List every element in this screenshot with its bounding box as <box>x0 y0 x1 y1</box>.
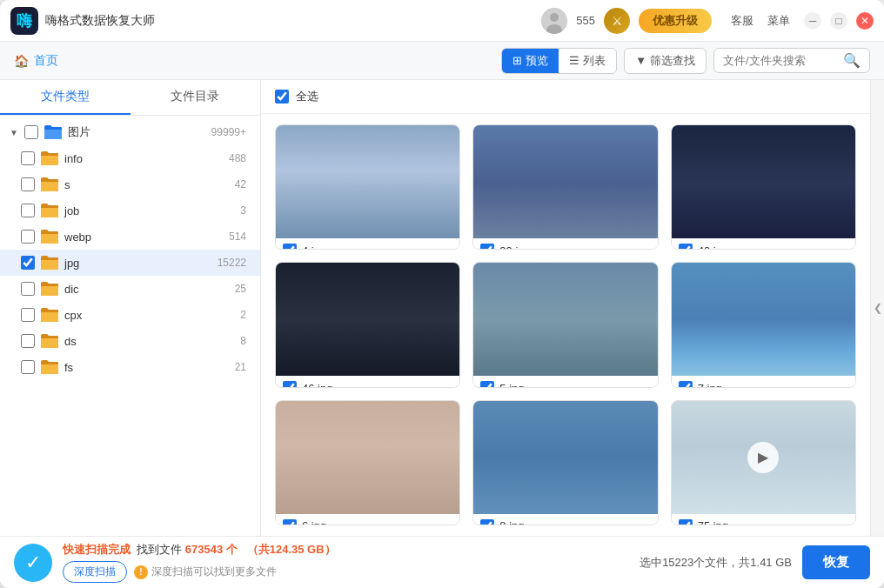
file-footer-6: 6.jpg <box>276 514 459 525</box>
folder-icon-info <box>40 150 59 166</box>
minimize-button[interactable]: ─ <box>804 12 821 30</box>
tree-label-pictures: 图片 <box>68 124 211 140</box>
file-grid: 4.jpg 39.jpg 40.jpg <box>261 114 870 536</box>
tree-checkbox-fs[interactable] <box>21 360 35 374</box>
file-thumbnail-0 <box>276 125 459 238</box>
toolbar: 🏠 首页 ⊞ 预览 ☰ 列表 ▼ 筛选查找 🔍 <box>0 42 884 80</box>
file-footer-0: 4.jpg <box>276 238 459 250</box>
file-checkbox-3[interactable] <box>283 381 297 387</box>
badge-icon: ⚔ <box>604 8 630 34</box>
search-box: 🔍 <box>713 48 870 73</box>
file-thumbnail-2 <box>672 125 855 238</box>
tree-checkbox-pictures[interactable] <box>24 125 38 139</box>
file-checkbox-7[interactable] <box>480 519 494 525</box>
app-window: 嗨 嗨格式数据恢复大师 555 ⚔ 优惠升级 客服 菜单 ─ □ ✕ <box>0 0 884 588</box>
tree-checkbox-s[interactable] <box>21 177 35 191</box>
tree-item-ds[interactable]: ds 8 <box>0 328 260 354</box>
file-name-1: 39.jpg <box>499 244 530 251</box>
upgrade-button[interactable]: 优惠升级 <box>639 9 712 33</box>
tree-checkbox-cpx[interactable] <box>21 308 35 322</box>
file-card-2[interactable]: 40.jpg <box>671 124 856 250</box>
tree-item-dic[interactable]: dic 25 <box>0 276 260 302</box>
file-card-3[interactable]: 46.jpg <box>275 262 460 387</box>
tab-file-type[interactable]: 文件类型 <box>0 80 131 115</box>
file-card-4[interactable]: 5.jpg <box>472 262 658 387</box>
tree-item-cpx[interactable]: cpx 2 <box>0 302 260 328</box>
tree-checkbox-webp[interactable] <box>21 230 35 244</box>
scan-title: 快速扫描完成 找到文件 673543 个 （共124.35 GB） <box>63 542 629 558</box>
tree-item-webp[interactable]: webp 514 <box>0 224 260 250</box>
tree-checkbox-info[interactable] <box>21 151 35 165</box>
tree-item-fs[interactable]: fs 21 <box>0 354 260 380</box>
home-label: 首页 <box>34 53 58 69</box>
file-area: 全选 4.jpg 39.jpg <box>261 80 870 536</box>
filter-icon: ▼ <box>635 54 646 67</box>
file-card-1[interactable]: 39.jpg <box>472 124 658 250</box>
title-bar-center: 555 ⚔ 优惠升级 客服 菜单 <box>541 8 790 34</box>
file-checkbox-4[interactable] <box>480 381 494 387</box>
sidebar: 文件类型 文件目录 ▼ 图片 99999+ <box>0 80 261 536</box>
grid-icon: ⊞ <box>512 54 522 67</box>
tree-item-info[interactable]: info 488 <box>0 145 260 171</box>
tree-count-cpx: 2 <box>240 309 253 321</box>
file-card-5[interactable]: 7.jpg <box>671 262 856 387</box>
file-card-0[interactable]: 4.jpg <box>275 124 460 250</box>
file-checkbox-2[interactable] <box>679 244 693 250</box>
tree-checkbox-ds[interactable] <box>21 334 35 348</box>
main-content: 文件类型 文件目录 ▼ 图片 99999+ <box>0 80 884 536</box>
tree-count-webp: 514 <box>229 231 253 243</box>
tree-count-fs: 21 <box>235 361 253 373</box>
preview-view-button[interactable]: ⊞ 预览 <box>502 49 559 73</box>
recover-button[interactable]: 恢复 <box>802 545 870 579</box>
tree-checkbox-jpg[interactable] <box>21 256 35 270</box>
maximize-button[interactable]: □ <box>830 12 847 30</box>
list-icon: ☰ <box>569 54 579 67</box>
file-size: （共124.35 GB） <box>247 543 336 556</box>
file-checkbox-5[interactable] <box>679 381 693 387</box>
file-checkbox-0[interactable] <box>283 244 297 250</box>
file-checkbox-1[interactable] <box>480 244 494 250</box>
menu-link[interactable]: 菜单 <box>767 13 790 29</box>
list-label: 列表 <box>583 53 606 69</box>
tree-item-jpg[interactable]: jpg 15222 <box>0 250 260 276</box>
file-name-7: 8.jpg <box>499 519 524 525</box>
deep-hint: ! 深度扫描可以找到更多文件 <box>134 565 277 579</box>
scan-actions: 深度扫描 ! 深度扫描可以找到更多文件 <box>63 561 629 583</box>
tab-file-dir[interactable]: 文件目录 <box>131 80 261 115</box>
tree-checkbox-dic[interactable] <box>21 282 35 296</box>
file-checkbox-6[interactable] <box>283 519 297 525</box>
tree-item-pictures[interactable]: ▼ 图片 99999+ <box>0 119 260 145</box>
file-card-8[interactable]: ▶ 75.jpg <box>671 400 856 525</box>
tree-label-dic: dic <box>64 283 235 296</box>
file-card-6[interactable]: 6.jpg <box>275 400 460 525</box>
home-button[interactable]: 🏠 首页 <box>14 53 58 69</box>
tree-item-job[interactable]: job 3 <box>0 197 260 224</box>
file-grid-header: 全选 <box>261 80 870 114</box>
file-thumbnail-7 <box>473 401 657 514</box>
search-input[interactable] <box>723 54 838 67</box>
deep-scan-button[interactable]: 深度扫描 <box>63 561 127 583</box>
tree-checkbox-job[interactable] <box>21 204 35 217</box>
title-bar: 嗨 嗨格式数据恢复大师 555 ⚔ 优惠升级 客服 菜单 ─ □ ✕ <box>0 0 884 42</box>
filter-button[interactable]: ▼ 筛选查找 <box>624 48 707 74</box>
service-link[interactable]: 客服 <box>731 13 753 29</box>
file-footer-3: 46.jpg <box>276 376 459 387</box>
app-logo: 嗨 <box>10 7 38 35</box>
title-bar-actions: 客服 菜单 <box>731 13 790 29</box>
close-button[interactable]: ✕ <box>856 12 874 30</box>
tree-label-info: info <box>64 152 229 165</box>
filter-label: 筛选查找 <box>650 53 695 69</box>
tree-count-s: 42 <box>235 178 253 190</box>
select-all-checkbox[interactable] <box>275 90 289 104</box>
file-thumbnail-8: ▶ <box>672 401 855 514</box>
file-name-4: 5.jpg <box>499 382 524 388</box>
tree-label-jpg: jpg <box>64 257 218 270</box>
tree-count-info: 488 <box>229 152 253 164</box>
collapse-arrow-icon: ▼ <box>7 125 21 139</box>
file-card-7[interactable]: 8.jpg <box>472 400 658 525</box>
list-view-button[interactable]: ☰ 列表 <box>559 49 616 73</box>
collapse-handle[interactable]: ❮ <box>870 80 884 536</box>
file-checkbox-8[interactable] <box>679 519 693 525</box>
tree-item-s[interactable]: s 42 <box>0 171 260 197</box>
tree-count-jpg: 15222 <box>218 257 253 269</box>
